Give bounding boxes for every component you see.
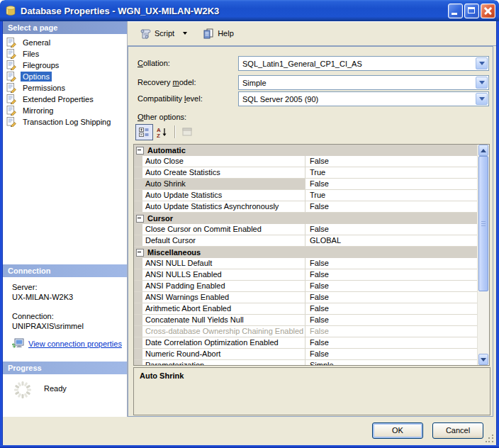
titlebar[interactable]: Database Properties - WGN_UX-MILAN-W2K3 bbox=[0, 0, 499, 21]
sidebar-page-item[interactable]: General bbox=[3, 37, 127, 48]
property-name: Arithmetic Abort Enabled bbox=[142, 303, 305, 314]
help-label: Help bbox=[218, 29, 234, 38]
row-indent bbox=[134, 337, 142, 348]
row-indent bbox=[134, 179, 142, 189]
grid-category-row[interactable]: Miscellaneous bbox=[134, 247, 477, 258]
grid-category-row[interactable]: Cursor bbox=[134, 213, 477, 224]
script-label: Script bbox=[155, 29, 174, 38]
sidebar-page-item[interactable]: Transaction Log Shipping bbox=[3, 116, 127, 128]
script-dropdown-caret[interactable] bbox=[183, 32, 187, 35]
grid-property-row[interactable]: Cross-database Ownership Chaining Enable… bbox=[134, 326, 477, 337]
property-name: Date Correlation Optimization Enabled bbox=[142, 337, 305, 348]
grid-category-row[interactable]: Automatic bbox=[134, 145, 477, 156]
grid-property-row[interactable]: Numeric Round-Abort False bbox=[134, 349, 477, 360]
property-value[interactable]: False bbox=[305, 303, 477, 314]
compatibility-level-label: Compatibility level: bbox=[138, 94, 203, 103]
toolbar: Script Help bbox=[128, 21, 496, 46]
page-icon bbox=[6, 83, 17, 93]
property-value[interactable]: False bbox=[305, 326, 477, 337]
grid-property-row[interactable]: Default Cursor GLOBAL bbox=[134, 235, 477, 247]
collapse-minus-icon[interactable] bbox=[136, 249, 144, 257]
chevron-down-icon[interactable] bbox=[476, 93, 488, 105]
grid-property-row[interactable]: ANSI Warnings Enabled False bbox=[134, 292, 477, 303]
property-value[interactable]: False bbox=[305, 258, 477, 269]
select-a-page-header: Select a page bbox=[3, 21, 127, 34]
script-button[interactable]: Script bbox=[135, 26, 192, 42]
property-name: Concatenate Null Yields Null bbox=[142, 315, 305, 325]
grid-property-row[interactable]: ANSI NULL Default False bbox=[134, 258, 477, 269]
minimize-button[interactable] bbox=[448, 4, 463, 18]
property-value[interactable]: False bbox=[305, 156, 477, 167]
compatibility-level-select[interactable]: SQL Server 2005 (90) bbox=[238, 91, 489, 106]
categorized-icon bbox=[139, 127, 150, 137]
window-title: Database Properties - WGN_UX-MILAN-W2K3 bbox=[21, 6, 448, 16]
collation-select[interactable]: SQL_Latin1_General_CP1_CI_AS bbox=[238, 56, 489, 71]
sidebar-page-item[interactable]: Options bbox=[3, 71, 127, 82]
recovery-model-label: Recovery model: bbox=[138, 78, 196, 86]
collapse-minus-icon[interactable] bbox=[136, 215, 144, 223]
grid-property-row[interactable]: Concatenate Null Yields Null False bbox=[134, 315, 477, 326]
recovery-model-select[interactable]: Simple bbox=[238, 75, 489, 90]
recovery-model-value: Simple bbox=[242, 79, 267, 87]
window-border-left bbox=[0, 0, 3, 448]
collapse-minus-icon[interactable] bbox=[136, 147, 144, 155]
vertical-scrollbar[interactable] bbox=[477, 145, 489, 365]
grid-property-row[interactable]: Auto Update Statistics Asynchronously Fa… bbox=[134, 201, 477, 213]
scrollbar-thumb[interactable] bbox=[478, 156, 488, 291]
grid-property-row[interactable]: Parameterization Simple bbox=[134, 360, 477, 365]
property-value[interactable]: False bbox=[305, 315, 477, 325]
page-icon bbox=[6, 94, 17, 104]
cancel-button[interactable]: Cancel bbox=[432, 422, 483, 439]
property-value[interactable]: Simple bbox=[305, 360, 477, 365]
alphabetical-view-button[interactable]: A Z bbox=[153, 124, 171, 140]
sidebar-page-item[interactable]: Permissions bbox=[3, 82, 127, 94]
property-value[interactable]: True bbox=[305, 167, 477, 178]
grid-property-row[interactable]: Auto Close False bbox=[134, 156, 477, 167]
grid-property-row[interactable]: Auto Shrink False bbox=[134, 179, 477, 190]
resize-grip[interactable] bbox=[486, 435, 494, 443]
property-value[interactable]: False bbox=[305, 337, 477, 348]
property-value[interactable]: False bbox=[305, 224, 477, 235]
property-value[interactable]: True bbox=[305, 190, 477, 201]
property-value[interactable]: False bbox=[305, 281, 477, 291]
grid-property-row[interactable]: Auto Update Statistics True bbox=[134, 190, 477, 201]
row-indent bbox=[134, 190, 142, 201]
page-icon bbox=[6, 49, 17, 59]
property-value[interactable]: False bbox=[305, 269, 477, 280]
sidebar-page-label: Transaction Log Shipping bbox=[21, 117, 113, 127]
sidebar-page-label: Filegroups bbox=[21, 60, 61, 70]
grid-property-row[interactable]: Date Correlation Optimization Enabled Fa… bbox=[134, 337, 477, 349]
grid-property-row[interactable]: ANSI NULLS Enabled False bbox=[134, 269, 477, 281]
page-icon bbox=[6, 117, 17, 127]
property-value[interactable]: False bbox=[305, 179, 477, 189]
property-name: Default Cursor bbox=[142, 235, 305, 246]
property-name: Cross-database Ownership Chaining Enable… bbox=[142, 326, 305, 337]
window-border-bottom bbox=[0, 445, 499, 448]
scroll-up-button[interactable] bbox=[478, 145, 488, 156]
chevron-down-icon[interactable] bbox=[476, 77, 488, 89]
close-button[interactable] bbox=[481, 4, 495, 18]
sidebar-page-item[interactable]: Mirroring bbox=[3, 105, 127, 116]
row-indent bbox=[134, 281, 142, 291]
ok-button[interactable]: OK bbox=[372, 422, 423, 439]
grid-property-row[interactable]: Close Cursor on Commit Enabled False bbox=[134, 224, 477, 235]
categorized-view-button[interactable] bbox=[135, 124, 153, 140]
scroll-down-button[interactable] bbox=[478, 354, 488, 365]
maximize-button[interactable] bbox=[464, 4, 479, 18]
view-connection-properties-link[interactable]: View connection properties bbox=[28, 339, 122, 349]
sidebar-page-item[interactable]: Files bbox=[3, 48, 127, 60]
grid-property-row[interactable]: ANSI Padding Enabled False bbox=[134, 281, 477, 292]
property-value[interactable]: False bbox=[305, 201, 477, 212]
property-name: Numeric Round-Abort bbox=[142, 349, 305, 359]
property-value[interactable]: False bbox=[305, 292, 477, 303]
sidebar-page-item[interactable]: Filegroups bbox=[3, 60, 127, 71]
category-label: Cursor bbox=[147, 214, 173, 223]
property-value[interactable]: GLOBAL bbox=[305, 235, 477, 246]
grid-property-row[interactable]: Arithmetic Abort Enabled False bbox=[134, 303, 477, 315]
sidebar-page-item[interactable]: Extended Properties bbox=[3, 94, 127, 105]
property-value[interactable]: False bbox=[305, 349, 477, 359]
chevron-down-icon[interactable] bbox=[476, 57, 488, 69]
grid-property-row[interactable]: Auto Create Statistics True bbox=[134, 167, 477, 179]
help-button[interactable]: Help bbox=[198, 26, 239, 42]
collation-label: Collation: bbox=[138, 59, 170, 67]
